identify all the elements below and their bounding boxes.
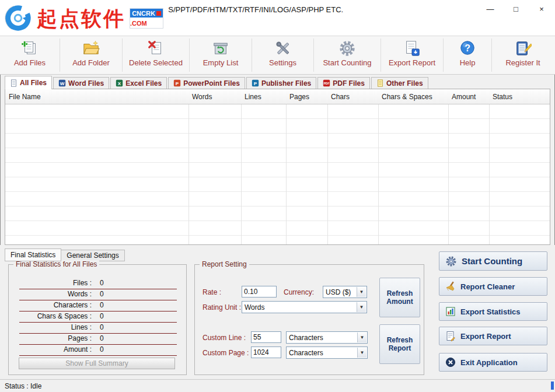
action-buttons: Start Counting Report Cleaner (439, 251, 547, 377)
exit-application-button[interactable]: Exit Application (439, 353, 547, 372)
export-report-button[interactable]: Export Report (439, 327, 547, 345)
maximize-button[interactable]: □ (503, 1, 529, 18)
toolbar-label: Settings (269, 58, 296, 67)
minimize-button[interactable]: — (477, 1, 503, 18)
action-label: Start Counting (462, 256, 522, 266)
tab-publisher-files[interactable]: P Publisher Files (246, 77, 316, 89)
column-header-pages[interactable]: Pages (286, 89, 327, 104)
close-button[interactable]: × (529, 1, 554, 18)
table-header: File Name Words Lines Pages Chars Chars … (5, 89, 550, 104)
custom-line-unit-select[interactable]: Characters ▼ (286, 331, 368, 344)
table-body-empty[interactable] (5, 104, 550, 244)
window-title: LS/PPT/PDF/HTM/TXT/RTF/INI/LOG/ASP/PHP E… (164, 5, 343, 14)
empty-list-button[interactable]: Empty List (190, 36, 252, 74)
register-button[interactable]: Register It (492, 36, 554, 74)
add-files-button[interactable]: Add Files (0, 36, 60, 74)
column-header-status[interactable]: Status (489, 89, 549, 104)
tab-excel-files[interactable]: X Excel Files (110, 77, 167, 89)
word-file-icon: W (58, 79, 66, 87)
start-counting-button[interactable]: Start Counting (439, 251, 547, 271)
help-icon: ? (459, 40, 476, 57)
toolbar-label: Add Folder (72, 58, 110, 67)
add-folder-icon (82, 40, 100, 57)
custom-page-unit-select[interactable]: Characters ▼ (286, 346, 368, 359)
final-statistics-group: Final Statistics for All Files Files : 0… (8, 264, 187, 375)
stat-value: 0 (92, 345, 104, 355)
logo-badge-bottom: .COM (130, 19, 147, 27)
stat-value: 0 (92, 289, 104, 300)
currency-select[interactable]: USD ($) ▼ (323, 286, 367, 298)
toolbar-label: Start Counting (323, 58, 371, 67)
chevron-down-icon: ▼ (357, 302, 366, 312)
svg-text:W: W (60, 81, 65, 86)
chevron-down-icon: ▼ (357, 332, 366, 342)
stat-row-files: Files : 0 (19, 278, 177, 289)
custom-page-input[interactable] (251, 346, 281, 358)
pdf-file-icon: PDF (323, 79, 330, 87)
grid-line (448, 89, 449, 244)
tab-word-files[interactable]: W Word Files (53, 77, 109, 89)
rate-input[interactable] (242, 286, 277, 298)
export-statistics-button[interactable]: Export Statistics (439, 302, 547, 321)
excel-file-icon: X (116, 79, 123, 87)
column-header-file-name[interactable]: File Name (5, 89, 189, 104)
file-type-tabs: All Files W Word Files X Excel Files P P… (0, 75, 555, 89)
svg-text:P: P (176, 81, 179, 86)
rating-unit-select[interactable]: Words ▼ (242, 301, 367, 313)
action-label: Export Report (460, 332, 511, 341)
add-folder-button[interactable]: Add Folder (60, 36, 122, 74)
statistics-rows: Files : 0 Words : 0 Characters : 0 Chars… (9, 265, 186, 356)
report-cleaner-button[interactable]: Report Cleaner (439, 277, 547, 296)
stat-value: 0 (92, 300, 104, 311)
rate-label: Rate : (203, 288, 221, 296)
resize-grip (551, 382, 554, 390)
stat-value: 0 (92, 278, 104, 289)
svg-text:X: X (118, 81, 121, 86)
register-icon (514, 40, 532, 57)
grid-line (378, 89, 379, 244)
status-bar: Status : Idle (0, 379, 555, 392)
custom-line-label: Custom Line : (203, 334, 246, 342)
svg-text:PDF: PDF (324, 82, 330, 85)
tab-general-settings[interactable]: General Settings (61, 250, 124, 261)
tab-label: Excel Files (125, 79, 162, 88)
rating-unit-label: Rating Unit : (203, 303, 241, 312)
show-full-summary-button[interactable]: Show Full Summary (19, 358, 175, 369)
column-header-chars-spaces[interactable]: Chars & Spaces (378, 89, 448, 104)
chevron-down-icon: ▼ (357, 287, 366, 297)
action-label: Report Cleaner (460, 282, 515, 291)
tab-all-files[interactable]: All Files (5, 76, 52, 89)
bottom-tabs: Final Statistics General Settings (5, 249, 125, 261)
broom-icon (445, 281, 456, 292)
empty-list-icon (212, 40, 229, 57)
column-header-amount[interactable]: Amount (448, 89, 489, 104)
column-header-words[interactable]: Words (189, 89, 241, 104)
toolbar-label: Delete Selected (129, 58, 183, 67)
svg-text:?: ? (465, 43, 470, 53)
other-files-icon (376, 79, 384, 87)
status-text: Status : Idle (5, 382, 41, 390)
custom-line-input[interactable] (251, 331, 281, 343)
stat-value: 0 (92, 312, 104, 322)
logo-badge-top: CNCRK (130, 9, 163, 18)
column-header-chars[interactable]: Chars (327, 89, 378, 104)
bottom-panel: Final Statistics General Settings Final … (0, 245, 555, 379)
publisher-file-icon: P (252, 79, 259, 87)
toolbar-label: Help (460, 58, 476, 67)
delete-selected-button[interactable]: Delete Selected (123, 36, 189, 74)
export-report-toolbar-button[interactable]: Export Report (381, 36, 443, 74)
custom-page-label: Custom Page : (203, 349, 249, 357)
tab-pdf-files[interactable]: PDF PDF Files (317, 77, 370, 89)
tab-final-statistics[interactable]: Final Statistics (5, 249, 61, 261)
stat-row-characters: Characters : 0 (19, 300, 177, 312)
refresh-amount-button[interactable]: Refresh Amount (379, 278, 420, 317)
tab-other-files[interactable]: Other Files (371, 77, 428, 89)
refresh-report-button[interactable]: Refresh Report (379, 324, 420, 364)
start-counting-toolbar-button[interactable]: Start Counting (314, 36, 381, 74)
grid-line (489, 89, 490, 244)
help-button[interactable]: ? Help (444, 36, 491, 74)
gear-icon (445, 256, 457, 267)
column-header-lines[interactable]: Lines (241, 89, 286, 104)
tab-powerpoint-files[interactable]: P PowerPoint Files (168, 77, 245, 89)
settings-button[interactable]: Settings (252, 36, 313, 74)
